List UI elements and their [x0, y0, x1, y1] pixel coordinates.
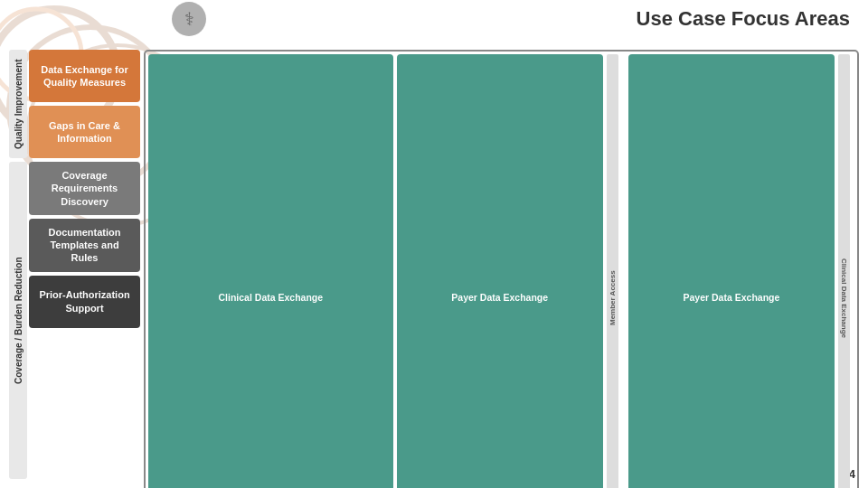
clinical-data-vert: Clinical Data Exchange [838, 54, 850, 488]
sidebar-doc-templates[interactable]: Documentation Templates and Rules [29, 219, 140, 272]
qi-vertical-label: Quality Improvement [9, 50, 27, 158]
clinical-data-exchange-center[interactable]: Clinical Data Exchange [148, 54, 393, 488]
grid-row-1: Clinical Data Exchange Payer Data Exchan… [148, 54, 854, 488]
qi-section: Quality Improvement Data Exchange for Qu… [9, 50, 140, 158]
coverage-section: Coverage / Burden Reduction Coverage Req… [9, 162, 140, 479]
coverage-cards: Coverage Requirements Discovery Document… [29, 162, 140, 479]
qi-cards: Data Exchange for Quality Measures Gaps … [29, 50, 140, 158]
left-sidebar: Quality Improvement Data Exchange for Qu… [9, 50, 140, 479]
sidebar-data-exchange-quality[interactable]: Data Exchange for Quality Measures [29, 50, 140, 102]
stethoscope-icon: ⚕ [172, 2, 206, 36]
member-access-label-area: Member Access [607, 54, 625, 488]
sidebar-gaps-care[interactable]: Gaps in Care & Information [29, 106, 140, 158]
top-outline-box: Clinical Data Exchange Payer Data Exchan… [144, 50, 859, 488]
sidebar-prior-auth[interactable]: Prior-Authorization Support [29, 276, 140, 328]
center-right: Clinical Data Exchange Payer Data Exchan… [144, 50, 859, 479]
clinical-data-vert-area: Clinical Data Exchange [838, 54, 854, 488]
payer-data-exchange-right[interactable]: Payer Data Exchange [628, 54, 835, 488]
payer-data-exchange-center[interactable]: Payer Data Exchange [397, 54, 603, 488]
main-container: Quality Improvement Data Exchange for Qu… [9, 50, 859, 479]
page-title: Use Case Focus Areas [637, 7, 850, 31]
sidebar-coverage-req[interactable]: Coverage Requirements Discovery [29, 162, 140, 215]
member-access-vert: Member Access [607, 54, 618, 488]
coverage-vertical-label: Coverage / Burden Reduction [9, 162, 27, 479]
